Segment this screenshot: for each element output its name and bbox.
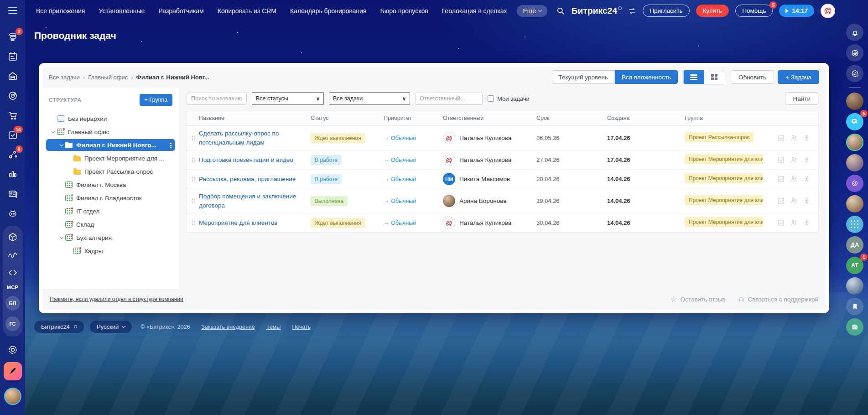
status-filter-select[interactable]: Все статусы∨ [252, 92, 324, 105]
observers-icon[interactable] [790, 219, 798, 227]
top-nav-item[interactable]: Геолокация в сделках [442, 7, 507, 15]
delegate-icon[interactable] [803, 219, 811, 227]
responsible-filter-input[interactable] [415, 93, 483, 105]
footer-brand-pill[interactable]: Битрикс24 [34, 321, 84, 333]
support-button[interactable]: Связаться с поддержкой [738, 296, 818, 303]
list-view-button[interactable] [684, 70, 704, 84]
worktime-button[interactable]: 14:17 [779, 5, 814, 17]
checklist-icon[interactable] [777, 156, 785, 164]
responsible-cell[interactable]: Арина Воронова [443, 195, 536, 207]
feed-icon[interactable]: 3 [7, 31, 19, 43]
checklist-icon[interactable] [777, 197, 785, 205]
delegate-icon[interactable] [803, 175, 811, 183]
responsible-cell[interactable]: Наталья Куликова [443, 132, 536, 144]
code-icon[interactable] [7, 267, 19, 279]
top-nav-item[interactable]: Установленные [99, 7, 145, 15]
copilot-icon[interactable] [846, 44, 863, 62]
news-icon[interactable] [846, 318, 863, 336]
delegate-icon[interactable] [803, 197, 811, 205]
checklist-icon[interactable] [777, 134, 785, 142]
order-implementation-link[interactable]: Заказать внедрение [201, 324, 255, 330]
bookmark-icon[interactable] [846, 298, 863, 315]
delegate-icon[interactable] [803, 134, 811, 142]
observers-icon[interactable] [790, 175, 798, 183]
my-tasks-checkbox[interactable] [488, 95, 494, 102]
crm-target-icon[interactable] [7, 90, 19, 102]
tree-item[interactable]: Кадры [46, 245, 175, 257]
top-nav-item[interactable]: Бюро пропусков [380, 7, 428, 15]
task-name-link[interactable]: Подготовка презентации и видео [199, 156, 311, 165]
tree-item[interactable]: Без иерархии [46, 113, 175, 124]
user-avatar[interactable] [4, 388, 21, 405]
drag-handle[interactable] [192, 220, 195, 225]
add-task-button[interactable]: + Задача [778, 70, 819, 84]
search-input[interactable] [187, 93, 247, 105]
contact-avatar[interactable] [846, 195, 863, 213]
responsible-cell[interactable]: Наталья Куликова [443, 217, 536, 229]
switch-icon[interactable] [628, 7, 636, 15]
tree-item[interactable]: Склад [46, 218, 175, 230]
contact-avatar-da[interactable]: ДА [846, 236, 863, 254]
group-badge[interactable]: Проект Рассылка-опрос [685, 132, 754, 142]
settings-gear-icon[interactable] [7, 344, 19, 356]
group-badge[interactable]: Проект Мероприятие для клиентов [685, 195, 763, 205]
top-nav-item[interactable]: Разработчикам [158, 7, 203, 15]
delegate-icon[interactable] [803, 156, 811, 164]
responsible-cell[interactable]: Наталья Куликова [443, 154, 536, 166]
tree-item[interactable]: Филиал г. Москва [46, 179, 175, 191]
observers-icon[interactable] [790, 156, 798, 164]
help-button[interactable]: Помощь [735, 5, 773, 17]
chat-sync-icon[interactable] [846, 65, 863, 82]
ai-robot-icon[interactable] [7, 208, 19, 219]
group-badge[interactable]: Проект Мероприятие для клиентов [685, 154, 763, 164]
task-name-link[interactable]: Рассылка, реклама, приглашение [199, 175, 311, 184]
kebab-menu-icon[interactable] [170, 142, 172, 148]
contact-avatar[interactable] [846, 134, 863, 151]
group-badge[interactable]: Проект Мероприятие для клиентов [685, 217, 763, 227]
bitrix24-round-logo[interactable]: @ [821, 4, 835, 18]
observers-icon[interactable] [790, 134, 798, 142]
print-link[interactable]: Печать [292, 324, 311, 330]
task-name-link[interactable]: Мероприятие для клиентов [199, 218, 311, 228]
checklist-icon[interactable] [777, 175, 785, 183]
tasks-icon[interactable]: 14 [7, 129, 19, 141]
language-select[interactable]: Русский [90, 321, 132, 333]
contact-avatar[interactable] [846, 277, 863, 295]
contact-avatar[interactable] [846, 93, 863, 110]
tree-item[interactable]: IT отдел [46, 205, 175, 217]
my-tasks-checkbox-wrap[interactable]: Мои задачи [488, 95, 530, 102]
tree-item[interactable]: Филиал г. Нижний Новго... [46, 139, 175, 151]
responsible-cell[interactable]: НМ Никита Максимов [443, 173, 536, 185]
tasks-filter-select[interactable]: Все задачи∨ [329, 92, 410, 105]
drag-handle[interactable] [192, 135, 195, 140]
market-wave-icon[interactable] [7, 249, 19, 261]
tree-item[interactable]: Филиал г. Владивосток [46, 192, 175, 204]
task-name-link[interactable]: Сделать рассылку-опрос по потенциальным … [199, 129, 311, 147]
find-button[interactable]: Найти [785, 92, 818, 105]
tree-item[interactable]: Проект Мероприятие для ... [46, 152, 175, 164]
current-level-button[interactable]: Текущий уровень [552, 70, 615, 84]
tree-item[interactable]: Главный офис [46, 126, 175, 138]
feedback-button[interactable]: ☆ Оставить отзыв [670, 296, 725, 303]
refresh-button[interactable]: Обновить [731, 70, 774, 84]
rocket-boost-button[interactable] [4, 362, 22, 380]
contact-avatar-at[interactable]: АТ 1 [846, 257, 863, 274]
drag-handle[interactable] [192, 157, 195, 162]
all-nested-button[interactable]: Вся вложенность [615, 70, 678, 84]
drag-handle[interactable] [192, 198, 195, 203]
gs-button[interactable]: ГС [5, 316, 20, 331]
task-name-link[interactable]: Подбор помещения и заключение договора [199, 192, 311, 210]
contact-card-icon[interactable] [7, 188, 19, 200]
copilot-pro-icon[interactable] [846, 175, 863, 192]
contact-avatar[interactable] [846, 154, 863, 171]
notifications-bell-icon[interactable] [846, 24, 863, 41]
messenger-icon[interactable]: 5 [846, 113, 863, 130]
deleted-department-link[interactable]: Нажмите, если удалили отдел в структуре … [50, 296, 183, 302]
bp-button[interactable]: БП [5, 296, 20, 311]
analytics-icon[interactable] [7, 168, 19, 180]
drag-handle[interactable] [192, 176, 195, 182]
network-dots-icon[interactable] [846, 216, 863, 233]
observers-icon[interactable] [790, 197, 798, 205]
shop-cart-icon[interactable] [7, 109, 19, 121]
menu-hamburger-icon[interactable] [8, 5, 17, 16]
